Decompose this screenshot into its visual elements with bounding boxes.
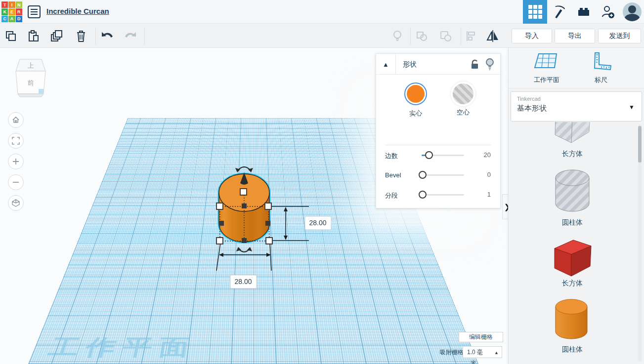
align-button[interactable] (464, 29, 477, 43)
app-header: TINKERCAD Incredible Curcan (0, 0, 644, 24)
import-button[interactable]: 导入 (512, 29, 552, 43)
lightbulb-icon (391, 30, 403, 42)
orange-cylinder-thumbnail (550, 298, 595, 343)
svg-text:前: 前 (28, 79, 34, 86)
shape-library-dropdown[interactable]: Tinkercad 基本形状 ▼ (511, 91, 642, 121)
height-dimension (272, 206, 309, 241)
document-properties-icon[interactable] (28, 5, 41, 18)
paste-icon (27, 30, 39, 42)
ungroup-button[interactable] (439, 29, 453, 43)
snap-grid-label: 吸附栅格 (440, 348, 464, 357)
ruler-icon (588, 52, 614, 72)
redo-icon (124, 30, 137, 42)
show-all-button[interactable] (390, 29, 404, 43)
brick-export-button[interactable] (571, 0, 596, 24)
visibility-bulb-icon[interactable] (485, 58, 494, 73)
hole-pattern-circle (453, 83, 473, 104)
segments-slider[interactable] (422, 194, 464, 196)
width-dimension (216, 243, 271, 271)
shape-item-box[interactable]: 长方体 (509, 237, 636, 288)
solid-color-circle (404, 82, 427, 105)
toolbar-separator (461, 28, 461, 44)
toolbar-separator (410, 28, 411, 44)
select-caret-icon: ▲ (494, 350, 499, 355)
shape-item-box-hole[interactable]: 长方体 (509, 122, 636, 159)
shape-gallery: 长方体 圆柱体 长方体 (509, 122, 644, 364)
view-cube[interactable]: 上 前 (12, 53, 49, 99)
lego-brick-icon (577, 5, 591, 19)
toolbar-separator (95, 28, 96, 44)
duplicate-icon (50, 30, 63, 42)
shape-item-cylinder[interactable]: 圆柱体 (509, 298, 636, 354)
svg-text:28.00: 28.00 (309, 219, 326, 227)
avatar (623, 2, 642, 21)
toolbar-separator (144, 28, 145, 44)
panel-title: 形状 (403, 60, 417, 69)
home-view-button[interactable] (8, 112, 24, 128)
3d-viewport[interactable]: 工作平面 (0, 48, 508, 364)
rotate-handle-bottom[interactable] (236, 247, 252, 252)
sides-slider-row: 边数 20 (376, 145, 500, 165)
striped-box-thumbnail (549, 122, 596, 148)
sides-slider[interactable] (422, 155, 464, 156)
shape-inspector-panel: ▲ 形状 实心 空心 边数 20 Bevel (376, 53, 501, 208)
bevel-slider[interactable] (422, 174, 464, 176)
zoom-in-button[interactable] (8, 154, 24, 169)
align-icon (465, 30, 476, 42)
mirror-icon (486, 30, 500, 42)
zoom-out-button[interactable] (8, 174, 24, 190)
undo-icon (100, 30, 114, 42)
redo-button[interactable] (124, 29, 137, 43)
tinkercad-logo[interactable]: TINKERCAD (1, 1, 22, 22)
delete-button[interactable] (74, 29, 88, 43)
segments-slider-row: 分段 1 (376, 185, 500, 204)
grid-icon (528, 5, 542, 19)
svg-text:28.00: 28.00 (234, 278, 252, 285)
view-nav-column (8, 112, 25, 216)
duplicate-button[interactable] (50, 29, 64, 43)
ruler-tool[interactable]: 标尺 (574, 52, 628, 84)
snap-grid-select[interactable]: 1.0 毫 ▲ (463, 346, 502, 358)
pickaxe-icon (553, 5, 566, 19)
paste-button[interactable] (26, 29, 40, 43)
dropdown-caret-icon: ▼ (629, 104, 635, 111)
group-icon (416, 30, 429, 42)
red-box-thumbnail (552, 237, 593, 277)
minecraft-export-button[interactable] (547, 0, 571, 24)
ungroup-icon (439, 30, 452, 42)
design-title[interactable]: Incredible Curcan (46, 7, 109, 15)
bevel-slider-row: Bevel 0 (376, 165, 500, 185)
export-button[interactable]: 导出 (555, 29, 595, 43)
snap-grid-unit-wrap: 米 (471, 359, 476, 364)
rotate-handle-top[interactable] (235, 167, 253, 172)
workplane-tool[interactable]: 工作平面 (519, 52, 574, 84)
trash-icon (75, 30, 87, 42)
solid-swatch[interactable]: 实心 (396, 82, 435, 118)
perspective-toggle-button[interactable] (8, 195, 24, 211)
striped-cylinder-thumbnail (549, 168, 596, 216)
invite-button[interactable] (596, 0, 620, 24)
dashboard-grid-button[interactable] (523, 0, 547, 24)
shapes-sidebar: 工作平面 标尺 Tinkercad 基本形状 ▼ 长方体 (508, 48, 644, 364)
copy-icon (5, 30, 17, 42)
mirror-button[interactable] (486, 29, 500, 43)
send-to-button[interactable]: 发送到 (598, 29, 641, 43)
group-button[interactable] (415, 29, 429, 43)
shape-item-cylinder-hole[interactable]: 圆柱体 (509, 168, 636, 227)
fit-view-button[interactable] (8, 133, 24, 149)
workplane-icon (534, 52, 559, 72)
add-person-icon (601, 4, 615, 19)
width-dim-label[interactable]: 28.00 (230, 275, 257, 288)
hole-swatch[interactable]: 空心 (443, 82, 483, 117)
height-dim-label[interactable]: 28.00 (305, 216, 331, 230)
copy-button[interactable] (4, 29, 18, 43)
sidebar-collapse-handle[interactable]: ❯ (502, 194, 508, 219)
panel-collapse-button[interactable]: ▲ (376, 54, 396, 75)
main-toolbar: 导入 导出 发送到 (0, 24, 644, 48)
sidebar-scrollbar-thumb[interactable] (638, 126, 642, 162)
lock-icon[interactable] (471, 58, 479, 72)
profile-menu[interactable] (620, 0, 644, 24)
undo-button[interactable] (100, 29, 114, 43)
edit-grid-button[interactable]: 编辑栅格 (459, 332, 503, 342)
svg-text:上: 上 (28, 62, 34, 69)
